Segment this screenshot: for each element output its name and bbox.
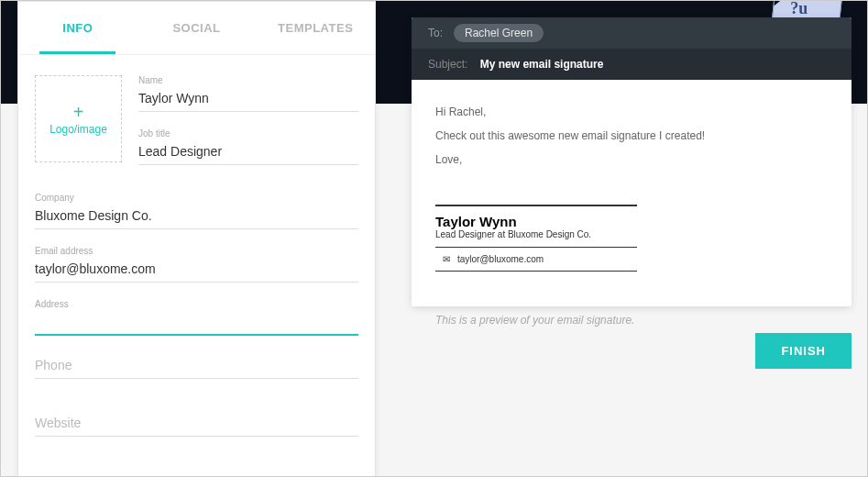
company-input[interactable] [35,205,358,229]
preview-note: This is a preview of your email signatur… [412,314,852,327]
plus-icon: + [73,103,84,121]
signature-name: Taylor Wynn [435,214,637,229]
logo-upload-label: Logo/image [49,123,107,136]
subject-text: My new email signature [480,58,604,71]
preview-panel: To: Rachel Green Subject: My new email s… [412,17,852,327]
name-input[interactable] [138,87,358,112]
email-body: Hi Rachel, Check out this awesome new em… [412,80,852,306]
email-label: Email address [35,246,358,256]
email-input[interactable] [35,258,358,283]
body-line-2: Check out this awesome new email signatu… [435,129,828,142]
signature-title: Lead Designer at Bluxome Design Co. [435,229,637,239]
phone-input[interactable] [35,352,358,379]
website-input[interactable] [35,410,358,437]
address-label: Address [35,299,358,309]
email-to-row: To: Rachel Green [412,17,852,49]
signature-bottom-divider [435,271,637,272]
tab-templates[interactable]: TEMPLATES [256,2,375,54]
subject-label: Subject: [428,58,467,71]
name-label: Name [138,75,358,85]
logo-upload[interactable]: + Logo/image [35,75,122,162]
signature-divider [435,247,637,248]
envelope-icon: ✉ [443,254,450,264]
jobtitle-label: Job title [138,128,358,139]
company-label: Company [35,193,358,203]
to-label: To: [428,27,443,39]
editor-panel: INFO SOCIAL TEMPLATES + Logo/image Name … [17,1,376,477]
form-area: + Logo/image Name Job title Company Emai… [18,55,375,437]
finish-button[interactable]: FINISH [755,333,852,369]
email-preview: To: Rachel Green Subject: My new email s… [412,17,852,306]
signature-email-row: ✉ taylor@bluxome.com [435,252,637,266]
tab-info[interactable]: INFO [18,2,137,54]
tab-social[interactable]: SOCIAL [137,2,257,54]
jobtitle-input[interactable] [138,140,358,165]
address-input[interactable] [35,311,358,336]
recipient-chip: Rachel Green [454,24,544,42]
signature-email: taylor@bluxome.com [457,254,544,264]
scribble-icon: ?u [790,0,808,18]
body-line-1: Hi Rachel, [435,105,828,118]
tabs: INFO SOCIAL TEMPLATES [18,2,375,55]
email-subject-row: Subject: My new email signature [412,49,852,80]
signature-block: Taylor Wynn Lead Designer at Bluxome Des… [435,205,637,272]
body-line-3: Love, [435,153,828,166]
